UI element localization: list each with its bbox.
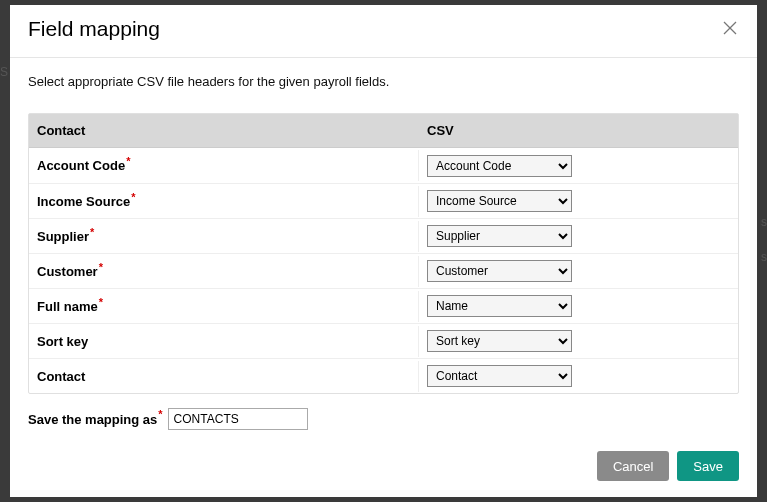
cancel-button[interactable]: Cancel — [597, 451, 669, 481]
modal-footer: Cancel Save — [10, 437, 757, 497]
close-icon[interactable] — [723, 21, 739, 37]
required-marker: * — [99, 261, 103, 273]
field-label: Customer* — [29, 256, 419, 287]
instruction-text: Select appropriate CSV file headers for … — [28, 74, 739, 89]
modal-body: Select appropriate CSV file headers for … — [10, 58, 757, 437]
modal-header: Field mapping — [10, 5, 757, 58]
csv-header-select[interactable]: Sort key — [427, 330, 572, 352]
csv-header-select[interactable]: Supplier — [427, 225, 572, 247]
column-header-contact: Contact — [29, 114, 419, 147]
field-select-cell: Income Source — [419, 186, 738, 216]
field-label: Contact — [29, 361, 419, 392]
table-row: Full name*Name — [29, 288, 738, 323]
required-marker: * — [158, 408, 162, 420]
background-text: s — [761, 215, 767, 229]
field-select-cell: Supplier — [419, 221, 738, 251]
field-label: Full name* — [29, 291, 419, 322]
field-mapping-modal: Field mapping Select appropriate CSV fil… — [10, 5, 757, 497]
csv-header-select[interactable]: Name — [427, 295, 572, 317]
csv-header-select[interactable]: Customer — [427, 260, 572, 282]
field-select-cell: Name — [419, 291, 738, 321]
column-header-csv: CSV — [419, 114, 738, 147]
csv-header-select[interactable]: Account Code — [427, 155, 572, 177]
field-label: Income Source* — [29, 186, 419, 217]
background-text: S — [0, 65, 8, 79]
table-row: Income Source*Income Source — [29, 183, 738, 218]
save-button[interactable]: Save — [677, 451, 739, 481]
save-mapping-row: Save the mapping as * — [28, 394, 739, 430]
table-row: ContactContact — [29, 358, 738, 393]
field-label: Account Code* — [29, 150, 419, 181]
save-mapping-label: Save the mapping as — [28, 412, 157, 427]
table-row: Sort keySort key — [29, 323, 738, 358]
csv-header-select[interactable]: Income Source — [427, 190, 572, 212]
required-marker: * — [126, 155, 130, 167]
field-select-cell: Contact — [419, 361, 738, 391]
table-row: Customer*Customer — [29, 253, 738, 288]
table-row: Account Code*Account Code — [29, 148, 738, 183]
required-marker: * — [131, 191, 135, 203]
mapping-table: Contact CSV Account Code*Account CodeInc… — [28, 113, 739, 394]
field-select-cell: Sort key — [419, 326, 738, 356]
field-select-cell: Account Code — [419, 151, 738, 181]
table-row: Supplier*Supplier — [29, 218, 738, 253]
required-marker: * — [90, 226, 94, 238]
required-marker: * — [99, 296, 103, 308]
background-text: s — [761, 250, 767, 264]
save-mapping-input[interactable] — [168, 408, 308, 430]
modal-title: Field mapping — [28, 17, 160, 41]
field-label: Supplier* — [29, 221, 419, 252]
field-select-cell: Customer — [419, 256, 738, 286]
field-label: Sort key — [29, 326, 419, 357]
table-header: Contact CSV — [29, 114, 738, 148]
csv-header-select[interactable]: Contact — [427, 365, 572, 387]
